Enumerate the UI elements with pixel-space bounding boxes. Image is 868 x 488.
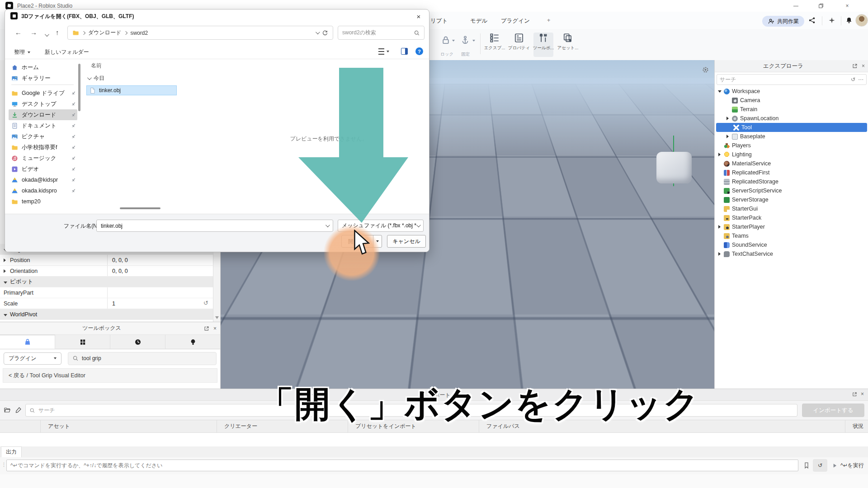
tree-item-starterplayer[interactable]: StarterPlayer [715,222,868,231]
viewport-settings-gear-icon[interactable] [702,66,709,74]
sidebar-item-google-drive[interactable]: Google ドライブ [9,88,77,99]
tree-item-startergui[interactable]: StarterGui [715,204,868,213]
up-icon[interactable]: ↑ [56,28,59,36]
back-icon[interactable]: ← [15,28,22,36]
floating-part[interactable] [656,152,692,183]
properties-toggle-button[interactable]: プロパティ [509,33,529,57]
organize-button[interactable]: 整理 [14,48,30,56]
property-section-worldpivot[interactable]: WorldPivot [0,309,220,320]
history-icon[interactable]: ↺ [851,76,855,83]
tree-item-serverscriptservice[interactable]: ServerScriptService [715,186,868,195]
sidebar-item-music[interactable]: ミュージック [9,153,77,164]
toolbox-breadcrumb[interactable]: < 戻る / Tool Grip Visual Editor [3,368,217,383]
recent-locations-chevron-icon[interactable] [45,30,48,38]
tree-item-starterpack[interactable]: StarterPack [715,213,868,222]
tree-item-replicatedfirst[interactable]: ReplicatedFirst [715,168,868,177]
tree-item-workspace[interactable]: Workspace [715,87,868,96]
tree-item-textchatservice[interactable]: TextChatService [715,249,868,258]
popout-icon[interactable] [203,325,210,332]
popout-icon[interactable] [852,391,858,397]
minimize-button[interactable] [786,0,806,12]
user-avatar[interactable] [855,14,868,27]
sidebar-item-okada-kidspr[interactable]: okada@kidspr [9,174,77,185]
more-options-icon[interactable]: ⋯ [858,76,863,83]
tree-item-spawnlocation[interactable]: SpawnLocation [715,114,868,123]
close-panel-icon[interactable]: × [213,325,217,332]
command-input[interactable] [6,460,798,471]
file-group-today[interactable]: 今日 [87,75,104,82]
sidebar-item-gallery[interactable]: ギャラリー [9,73,77,84]
tab-marketplace[interactable] [0,335,55,349]
property-section-pivot[interactable]: ピボット [0,277,220,287]
toolbox-toggle-button[interactable]: ツールボ... [533,33,553,57]
orientation-value[interactable]: 0, 0, 0 [107,266,220,276]
preview-pane-toggle[interactable] [401,48,408,56]
column-name[interactable]: 名前 [91,62,102,70]
menu-item-script[interactable]: リプト [430,17,448,25]
popout-icon[interactable] [852,63,858,69]
sidebar-scrollbar[interactable] [78,63,81,207]
lock-icon[interactable] [441,35,451,45]
dialog-close-button[interactable]: × [414,11,424,21]
drag-grip-icon[interactable]: ⋮ [1,462,6,468]
share-icon[interactable] [808,17,816,24]
tree-item-players[interactable]: Players [715,141,868,150]
menu-item-plugins[interactable]: プラグイン [501,17,530,25]
tree-item-serverstorage[interactable]: ServerStorage [715,195,868,204]
assistant-sparkle-icon[interactable] [828,17,835,24]
sidebar-item-okada-kidspro[interactable]: okada.kidspro [9,185,77,196]
properties-scrollbar[interactable] [213,244,220,322]
help-icon[interactable]: ? [415,47,423,55]
breadcrumb-downloads[interactable]: ダウンロード [88,29,121,37]
breadcrumb-sword2[interactable]: sword2 [130,30,148,36]
tree-item-baseplate[interactable]: Baseplate [715,132,868,141]
sidebar-item-temp20[interactable]: temp20 [9,196,77,207]
view-mode-button[interactable] [378,48,389,55]
address-dropdown-chevron-icon[interactable] [316,30,320,34]
sidebar-item-documents[interactable]: ドキュメント [9,120,77,131]
category-dropdown[interactable]: プラグイン [4,352,61,365]
tree-item-lighting[interactable]: Lighting [715,150,868,159]
notifications-bell-icon[interactable] [845,17,853,24]
anchor-icon[interactable] [460,35,470,45]
bookmark-icon[interactable] [803,462,810,469]
anchor-dropdown-caret[interactable] [472,40,475,42]
tab-inventory[interactable] [55,335,110,349]
asset-manager-button[interactable]: アセット... [558,33,578,57]
new-folder-button[interactable]: 新しいフォルダー [45,48,89,56]
tree-item-teams[interactable]: Teams [715,231,868,240]
column-asset[interactable]: アセット [41,420,217,432]
import-button[interactable]: インポートする [802,404,864,417]
file-list-hscrollbar[interactable] [120,207,160,209]
open-folder-icon[interactable] [4,407,11,414]
lock-dropdown-caret[interactable] [452,40,455,42]
sidebar-item-home[interactable]: ホーム [9,62,77,73]
property-row-scale[interactable]: Scale1↺ [0,298,220,309]
sidebar-item-school-folder[interactable]: 小学校指導要f [9,142,77,153]
sidebar-item-downloads[interactable]: ダウンロード [9,109,77,120]
tree-item-tool[interactable]: Tool [716,123,867,132]
column-status[interactable]: 状況 [845,420,868,432]
restore-button[interactable] [811,0,831,12]
dialog-search-box[interactable]: sword2の検索 [338,26,425,40]
reset-icon[interactable]: ↺ [203,300,208,306]
close-button[interactable]: × [837,0,857,12]
tree-item-terrain[interactable]: Terrain [715,105,868,114]
output-tab[interactable]: 出力 [1,446,22,458]
close-panel-icon[interactable]: × [861,391,864,397]
tree-item-replicatedstorage[interactable]: ReplicatedStorage [715,177,868,186]
tab-recent[interactable] [110,335,165,349]
toolbox-search[interactable]: tool grip [68,352,217,365]
collaborate-button[interactable]: 共同作業 [762,16,804,27]
menu-item-add-tab[interactable]: + [547,17,550,23]
cancel-button[interactable]: キャンセル [387,235,426,248]
sidebar-item-videos[interactable]: ビデオ [9,164,77,174]
property-row-orientation[interactable]: Orientation0, 0, 0 [0,266,220,277]
address-bar[interactable]: ダウンロード sword2 [67,26,333,40]
close-panel-icon[interactable]: × [862,63,865,69]
run-command-button[interactable]: ^↵を実行 [832,459,864,472]
primarypart-value[interactable] [107,287,220,298]
forward-icon[interactable]: → [30,28,37,36]
refresh-icon[interactable] [322,30,328,36]
brush-icon[interactable] [14,407,22,414]
